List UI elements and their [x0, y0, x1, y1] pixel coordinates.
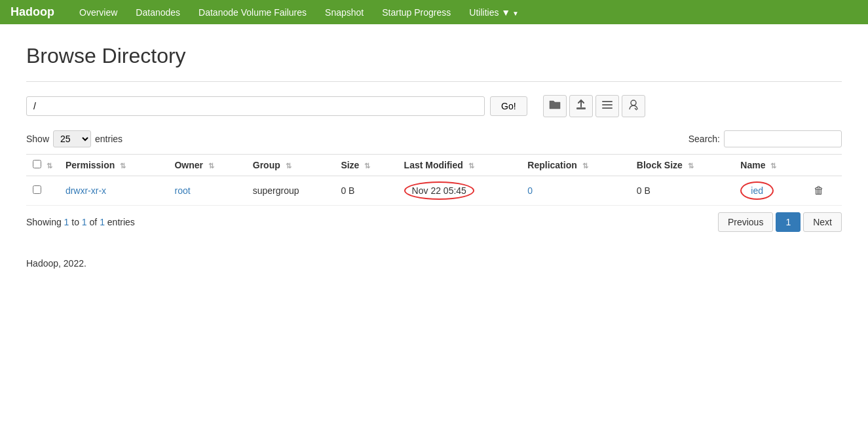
main-content: Browse Directory Go!: [0, 24, 868, 288]
svg-rect-1: [602, 101, 613, 102]
nav-link-overview[interactable]: Overview: [70, 2, 126, 23]
table-footer: Showing 1 to 1 of 1 entries Previous 1 N…: [26, 212, 842, 232]
th-checkbox: ⇅: [26, 155, 59, 176]
th-last-modified[interactable]: Last Modified ⇅: [398, 155, 521, 176]
previous-button[interactable]: Previous: [718, 212, 773, 232]
size-value: 0 B: [341, 185, 354, 196]
last-modified-value: Nov 22 05:45: [404, 181, 474, 200]
th-owner[interactable]: Owner ⇅: [168, 155, 246, 176]
svg-rect-0: [576, 107, 586, 109]
showing-from: 1: [64, 217, 69, 227]
th-permission-label: Permission: [66, 160, 115, 170]
th-name[interactable]: Name ⇅: [734, 155, 806, 176]
cell-name: ied: [734, 176, 806, 206]
pagination: Previous 1 Next: [718, 212, 842, 232]
nav-item-datanodes[interactable]: Datanodes: [126, 2, 189, 23]
nav-item-startup-progress[interactable]: Startup Progress: [373, 2, 460, 23]
svg-rect-3: [602, 107, 613, 109]
path-bar: Go!: [26, 95, 842, 117]
go-button[interactable]: Go!: [490, 96, 527, 116]
sort-icon-cb: ⇅: [47, 162, 52, 170]
sort-icon-owner: ⇅: [208, 162, 214, 170]
nav-item-utilities[interactable]: Utilities ▼: [460, 2, 528, 23]
th-name-label: Name: [740, 160, 765, 170]
nav-item-datanode-volume-failures[interactable]: Datanode Volume Failures: [189, 2, 316, 23]
row-checkbox[interactable]: [33, 185, 41, 194]
th-permission[interactable]: Permission ⇅: [59, 155, 168, 176]
table-controls: Show 10 25 50 100 entries Search:: [26, 130, 842, 147]
permissions-icon-button[interactable]: [622, 95, 645, 117]
th-block-size-label: Block Size: [637, 160, 683, 170]
table-row: drwxr-xr-x root supergroup 0 B Nov 22 05…: [26, 176, 842, 206]
show-label: Show: [26, 134, 49, 144]
footer: Hadoop, 2022.: [26, 258, 842, 269]
showing-of: 1: [100, 217, 105, 227]
nav-item-snapshot[interactable]: Snapshot: [316, 2, 373, 23]
th-group[interactable]: Group ⇅: [246, 155, 335, 176]
sort-icon-replication: ⇅: [582, 162, 588, 170]
footer-text: Hadoop, 2022.: [26, 258, 86, 269]
table-header-row: ⇅ Permission ⇅ Owner ⇅ Group ⇅ Size ⇅: [26, 155, 842, 176]
cell-owner: root: [168, 176, 246, 206]
svg-line-5: [635, 108, 637, 110]
directory-table: ⇅ Permission ⇅ Owner ⇅ Group ⇅ Size ⇅: [26, 154, 842, 206]
cell-replication: 0: [521, 176, 630, 206]
show-entries: Show 10 25 50 100 entries: [26, 130, 123, 147]
navbar-brand[interactable]: Hadoop: [10, 5, 54, 19]
showing-text: Showing 1 to 1 of 1 entries: [26, 217, 135, 227]
navbar: Hadoop Overview Datanodes Datanode Volum…: [0, 0, 868, 24]
block-size-value: 0 B: [637, 185, 651, 196]
cell-permission: drwxr-xr-x: [59, 176, 168, 206]
th-actions: [807, 155, 842, 176]
replication-link[interactable]: 0: [527, 185, 533, 196]
sort-icon-permission: ⇅: [120, 162, 126, 170]
sort-icon-last-modified: ⇅: [468, 162, 474, 170]
th-group-label: Group: [253, 160, 280, 170]
row-checkbox-cell: [26, 176, 59, 206]
th-last-modified-label: Last Modified: [404, 160, 463, 170]
navbar-nav: Overview Datanodes Datanode Volume Failu…: [70, 2, 528, 23]
nav-link-datanodes[interactable]: Datanodes: [126, 2, 189, 23]
nav-link-utilities[interactable]: Utilities ▼: [460, 2, 528, 23]
upload-icon: [575, 99, 587, 113]
th-replication[interactable]: Replication ⇅: [521, 155, 630, 176]
entries-label: entries: [95, 134, 123, 144]
th-size[interactable]: Size ⇅: [334, 155, 397, 176]
folder-icon-button[interactable]: [543, 95, 567, 117]
search-label: Search:: [689, 134, 720, 144]
name-value[interactable]: ied: [740, 181, 774, 200]
th-size-label: Size: [341, 160, 359, 170]
nav-item-overview[interactable]: Overview: [70, 2, 126, 23]
search-input[interactable]: [724, 130, 842, 147]
page-1-button[interactable]: 1: [776, 212, 801, 232]
cell-group: supergroup: [246, 176, 335, 206]
owner-link[interactable]: root: [174, 185, 190, 196]
nav-link-startup-progress[interactable]: Startup Progress: [373, 2, 460, 23]
permissions-icon: [628, 99, 639, 113]
cell-block-size: 0 B: [630, 176, 734, 206]
sort-icon-group: ⇅: [286, 162, 292, 170]
svg-rect-2: [602, 104, 613, 105]
th-replication-label: Replication: [527, 160, 576, 170]
svg-point-4: [631, 100, 636, 105]
upload-icon-button[interactable]: [569, 95, 593, 117]
select-all-checkbox[interactable]: [33, 160, 41, 168]
th-owner-label: Owner: [174, 160, 203, 170]
separator: [26, 81, 842, 82]
nav-link-snapshot[interactable]: Snapshot: [316, 2, 373, 23]
sort-icon-size: ⇅: [364, 162, 370, 170]
next-button[interactable]: Next: [803, 212, 842, 232]
path-input[interactable]: [26, 96, 485, 116]
entries-select[interactable]: 10 25 50 100: [53, 130, 91, 147]
sort-icon-name: ⇅: [770, 162, 776, 170]
list-icon-button[interactable]: [595, 95, 619, 117]
nav-link-datanode-volume-failures[interactable]: Datanode Volume Failures: [189, 2, 316, 23]
group-value: supergroup: [253, 185, 299, 196]
permission-link[interactable]: drwxr-xr-x: [66, 185, 106, 196]
cell-delete: 🗑: [807, 176, 842, 206]
cell-last-modified: Nov 22 05:45: [398, 176, 521, 206]
cell-size: 0 B: [334, 176, 397, 206]
th-block-size[interactable]: Block Size ⇅: [630, 155, 734, 176]
delete-icon[interactable]: 🗑: [814, 185, 824, 196]
search-box: Search:: [689, 130, 842, 147]
